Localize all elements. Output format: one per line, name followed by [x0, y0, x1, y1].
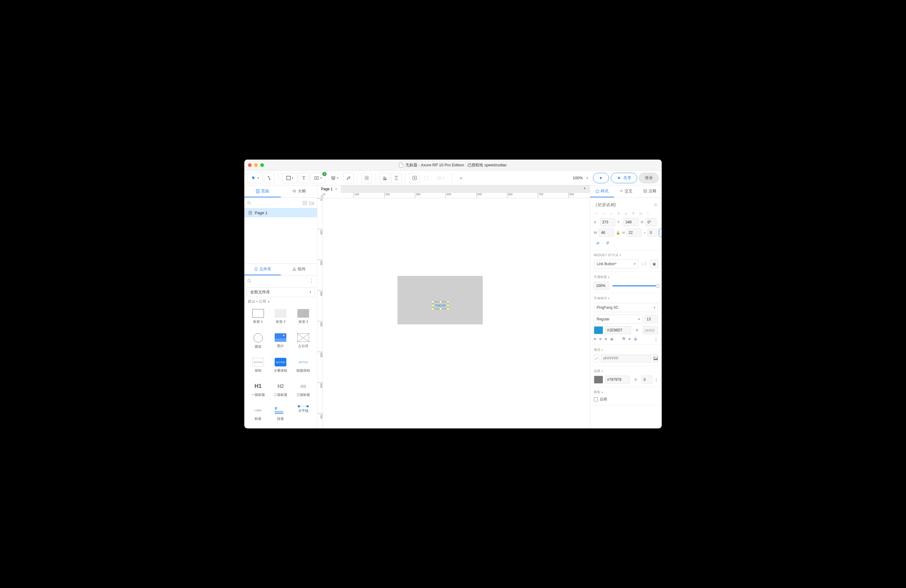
distribute-h-icon[interactable]: ⫼: [638, 211, 643, 216]
widget-primary-button[interactable]: BUTTON主要按钮: [270, 356, 292, 379]
library-search-input[interactable]: [251, 279, 309, 283]
valign-top-icon[interactable]: ⇈: [622, 337, 625, 341]
ruler-horizontal[interactable]: 0 100 200 300 400 500 600 700 800: [323, 193, 590, 198]
align-bottom-icon[interactable]: ⫩: [631, 211, 636, 216]
text-format-tool[interactable]: T: [391, 173, 402, 183]
library-menu-icon[interactable]: ⋮: [309, 278, 314, 284]
resize-handle[interactable]: [432, 304, 434, 307]
resize-handle[interactable]: [432, 308, 434, 310]
rotation-input[interactable]: [646, 218, 657, 226]
preview-button[interactable]: [593, 173, 609, 183]
focus-tool[interactable]: [410, 173, 420, 183]
align-left-icon[interactable]: ⫟: [594, 211, 599, 216]
tab-pages[interactable]: 页面: [244, 185, 281, 197]
visibility-icon[interactable]: [653, 202, 658, 207]
distribute-v-icon[interactable]: ⫶: [646, 211, 650, 216]
widget-h2[interactable]: H2二级标题: [270, 380, 292, 403]
typography-more-icon[interactable]: ⋮: [654, 337, 658, 341]
radius-input[interactable]: [648, 229, 657, 237]
login-button[interactable]: 登录: [639, 173, 659, 183]
select-tool[interactable]: ▾: [247, 173, 263, 183]
border-style-icon[interactable]: ≡: [632, 376, 640, 384]
tab-components[interactable]: 组件: [281, 264, 317, 275]
flip-v-icon[interactable]: ⇵: [604, 239, 612, 247]
more-tools[interactable]: »: [456, 173, 466, 183]
border-hex-input[interactable]: [605, 376, 630, 384]
pages-search-input[interactable]: [254, 201, 300, 205]
search-icon[interactable]: [247, 201, 251, 205]
widget-h3[interactable]: H3三级标题: [292, 380, 314, 403]
resize-handle[interactable]: [447, 301, 449, 303]
style-apply-icon[interactable]: →〕: [640, 260, 648, 268]
tab-library[interactable]: 元件库: [244, 264, 281, 275]
align-right-icon[interactable]: ⫞: [609, 211, 614, 216]
ruler-origin[interactable]: 0: [317, 193, 323, 198]
tabs-scroll-icon[interactable]: ▾: [584, 186, 589, 191]
add-folder-icon[interactable]: +: [309, 201, 314, 205]
pen-tool[interactable]: [343, 173, 354, 183]
resize-handle[interactable]: [432, 301, 434, 303]
canvas[interactable]: macdo: [323, 198, 590, 429]
resize-handle[interactable]: [440, 308, 442, 310]
font-family-select[interactable]: PingFang SC▾: [594, 303, 658, 312]
font-color-input[interactable]: [605, 326, 631, 334]
canvas-rectangle[interactable]: [397, 276, 483, 324]
widget-paragraph[interactable]: P段落: [270, 404, 292, 427]
page-item[interactable]: Page 1: [244, 208, 317, 217]
close-tab-icon[interactable]: ×: [335, 187, 337, 191]
text-tool[interactable]: T: [298, 173, 309, 183]
widget-name-input[interactable]: [594, 201, 651, 209]
connector-tool[interactable]: [264, 173, 274, 183]
share-button[interactable]: 共享: [611, 173, 637, 183]
resize-handle[interactable]: [440, 301, 442, 303]
font-size-input[interactable]: [644, 315, 658, 323]
line-height-icon[interactable]: ≡: [633, 326, 641, 334]
lock-aspect-icon[interactable]: 🔓: [616, 231, 620, 235]
resize-handle[interactable]: [447, 308, 449, 310]
text-align-justify-icon[interactable]: ≣: [610, 337, 614, 341]
resize-handle[interactable]: [447, 304, 449, 307]
text-align-right-icon[interactable]: ≡: [605, 337, 607, 341]
ruler-vertical[interactable]: 0 100 200 300 400 500 600 700: [317, 198, 323, 429]
tab-style[interactable]: 样式: [590, 185, 614, 197]
opacity-input[interactable]: [594, 282, 609, 290]
widget-style-select[interactable]: Link Button*▾: [594, 259, 638, 269]
widget-image[interactable]: 图片: [270, 331, 292, 355]
rotation-icon[interactable]: ⟳: [641, 220, 644, 224]
insert-tool[interactable]: ▾ i: [310, 173, 325, 183]
border-more-icon[interactable]: ⋮: [654, 378, 658, 382]
tab-outline[interactable]: 大纲: [281, 185, 317, 197]
widget-hr[interactable]: 水平线: [292, 404, 314, 427]
library-selector[interactable]: 全部元件库 ▾: [247, 287, 314, 297]
border-color-swatch[interactable]: [594, 376, 603, 384]
widget-rect3[interactable]: 矩形 3: [292, 307, 314, 330]
h-input[interactable]: [627, 229, 642, 237]
opacity-slider[interactable]: [612, 285, 658, 286]
widget-button[interactable]: BUTTON按钮: [247, 356, 270, 379]
font-color-swatch[interactable]: [594, 326, 603, 334]
zoom-control[interactable]: 100% ▾: [569, 175, 591, 180]
widget-placeholder[interactable]: 占位符: [292, 331, 314, 355]
distribute-tool[interactable]: ▾: [433, 173, 448, 183]
widget-rect2[interactable]: 矩形 2: [270, 307, 292, 330]
widget-h1[interactable]: H1一级标题: [247, 380, 270, 403]
layers-tool[interactable]: ▾: [327, 173, 342, 183]
library-filter[interactable]: 默认 ▪ 公用▾: [244, 297, 317, 306]
y-input[interactable]: [623, 218, 639, 226]
shape-tool[interactable]: ▾: [282, 173, 297, 183]
valign-middle-icon[interactable]: ≡: [628, 337, 631, 341]
search-icon[interactable]: [247, 279, 251, 283]
widget-label[interactable]: Label标签: [247, 404, 270, 427]
w-input[interactable]: [599, 229, 614, 237]
flip-h-icon[interactable]: ⇄: [594, 239, 602, 247]
align-center-h-icon[interactable]: ⫠: [601, 211, 606, 216]
shadow-enable-checkbox[interactable]: [594, 397, 598, 402]
fill-image-icon[interactable]: [653, 354, 658, 362]
tab-notes[interactable]: 注释: [638, 185, 662, 197]
align-middle-v-icon[interactable]: ⫨: [623, 211, 628, 216]
border-width-input[interactable]: [641, 376, 652, 384]
widget-circle[interactable]: 圆形: [247, 331, 270, 355]
selection-bounds-tool[interactable]: [421, 173, 432, 183]
align-top-icon[interactable]: ⫧: [616, 211, 621, 216]
maximize-window[interactable]: [260, 163, 264, 167]
